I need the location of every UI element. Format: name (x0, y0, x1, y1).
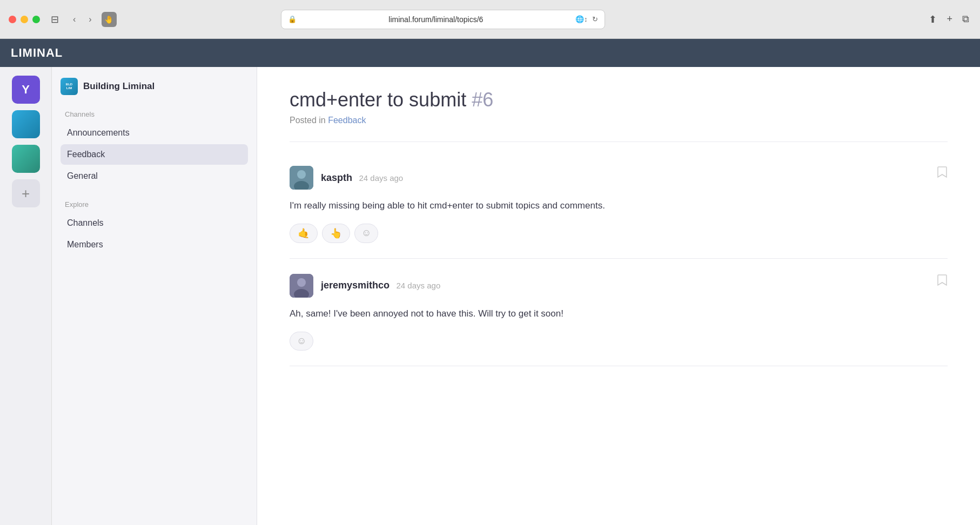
workspace-logo-small: BLDLIM (61, 78, 78, 95)
posted-in-channel-link[interactable]: Feedback (328, 116, 366, 125)
sidebar-toggle-button[interactable]: ⊟ (46, 11, 63, 28)
channels-section-label: Channels (61, 110, 248, 118)
post-1-avatar (290, 166, 313, 190)
sidebar-item-explore-members[interactable]: Members (61, 234, 248, 255)
workspace-logo-text: BLDLIM (65, 82, 73, 91)
sidebar-item-feedback[interactable]: Feedback (61, 144, 248, 165)
add-workspace-button[interactable]: + (12, 179, 40, 207)
post-1-body: I'm really missing being able to hit cmd… (290, 198, 948, 214)
posted-in-prefix: Posted in (290, 116, 328, 125)
topic-title: cmd+enter to submit #6 (290, 89, 948, 111)
browser-actions: ⬆ + ⧉ (927, 11, 971, 28)
tab-overview-button[interactable]: ⧉ (960, 11, 971, 27)
post-2-meta: jeremysmithco 24 days ago (321, 280, 440, 291)
extension-icon[interactable]: 🤚 (102, 12, 117, 27)
main-content: cmd+enter to submit #6 Posted in Feedbac… (257, 67, 980, 525)
topic-divider (290, 142, 948, 142)
post-2-author: jeremysmithco (321, 280, 390, 291)
share-button[interactable]: ⬆ (927, 11, 939, 28)
post-1-author: kaspth (321, 172, 352, 183)
sidebar-item-explore-channels[interactable]: Channels (61, 213, 248, 233)
app-body: Y + BLDLIM Building Liminal Channels Ann… (0, 67, 980, 525)
translate-icon[interactable]: 🌐↕ (575, 15, 588, 23)
post-1-avatar-initials (290, 166, 313, 190)
minimize-button[interactable] (21, 16, 28, 23)
new-tab-button[interactable]: + (944, 11, 955, 27)
post-1-meta: kaspth 24 days ago (321, 172, 403, 184)
post-1-header: kaspth 24 days ago (290, 166, 948, 190)
workspace-name: Building Liminal (83, 81, 155, 92)
post-2-avatar-image (290, 274, 313, 298)
workspace-building-label (25, 123, 27, 125)
svg-point-4 (297, 278, 306, 287)
post-2-time: 24 days ago (397, 281, 441, 290)
post-2: jeremysmithco 24 days ago Ah, same! I've… (290, 259, 948, 366)
sidebar-item-label: General (67, 171, 98, 181)
reaction-thumbs-up-button[interactable]: 👆 (322, 224, 350, 243)
sidebar-item-general[interactable]: General (61, 166, 248, 186)
post-1-time: 24 days ago (359, 173, 403, 183)
close-button[interactable] (9, 16, 16, 23)
forward-button[interactable]: › (85, 12, 95, 26)
sidebar-item-label: Members (67, 240, 103, 250)
avatar-jeremy-image (290, 274, 313, 298)
explore-section-label: Explore (61, 200, 248, 208)
lock-icon: 🔒 (288, 15, 297, 23)
workspace-building-liminal[interactable] (12, 110, 40, 138)
post-2-header: jeremysmithco 24 days ago (290, 274, 948, 298)
sidebar-item-label: Feedback (67, 150, 105, 159)
post-1-bookmark-button[interactable] (937, 166, 948, 182)
url-text: liminal.forum/liminal/topics/6 (301, 15, 572, 24)
sidebar: BLDLIM Building Liminal Channels Announc… (52, 67, 257, 525)
post-2-bookmark-button[interactable] (937, 274, 948, 290)
sidebar-item-label: Announcements (67, 128, 130, 138)
address-bar[interactable]: 🔒 liminal.forum/liminal/topics/6 🌐↕ ↻ (281, 10, 605, 29)
svg-point-1 (297, 170, 306, 179)
traffic-lights (9, 16, 40, 23)
post-1-reactions: 🤙 👆 ☺ (290, 224, 948, 243)
avatar-kaspth-image (290, 166, 313, 190)
icon-rail: Y + (0, 67, 52, 525)
topic-subtitle: Posted in Feedback (290, 116, 948, 125)
back-button[interactable]: ‹ (70, 12, 79, 26)
post-2-avatar (290, 274, 313, 298)
add-reaction-button[interactable]: ☺ (354, 224, 378, 243)
user-avatar[interactable]: Y (12, 76, 40, 104)
app-logo[interactable]: LIMINAL (11, 46, 63, 60)
workspace-ir[interactable] (12, 145, 40, 173)
sidebar-item-announcements[interactable]: Announcements (61, 123, 248, 143)
post-1: kaspth 24 days ago I'm really missing be… (290, 151, 948, 259)
sidebar-item-label: Channels (67, 218, 104, 228)
topic-title-text: cmd+enter to submit (290, 89, 466, 111)
browser-chrome: ⊟ ‹ › 🤚 🔒 liminal.forum/liminal/topics/6… (0, 0, 980, 39)
channels-list: Announcements Feedback General (61, 123, 248, 187)
explore-section: Explore Channels Members (61, 198, 248, 256)
reaction-point-up-button[interactable]: 🤙 (290, 224, 318, 243)
post-2-body: Ah, same! I've been annoyed not to have … (290, 306, 948, 322)
topic-number: #6 (472, 89, 493, 111)
workspace-header: BLDLIM Building Liminal (61, 78, 248, 95)
bookmark-icon-2 (937, 274, 948, 287)
maximize-button[interactable] (32, 16, 40, 23)
top-nav: LIMINAL (0, 39, 980, 67)
add-reaction-button-2[interactable]: ☺ (290, 332, 313, 351)
refresh-icon[interactable]: ↻ (592, 15, 598, 23)
bookmark-icon (937, 166, 948, 179)
post-2-reactions: ☺ (290, 332, 948, 351)
